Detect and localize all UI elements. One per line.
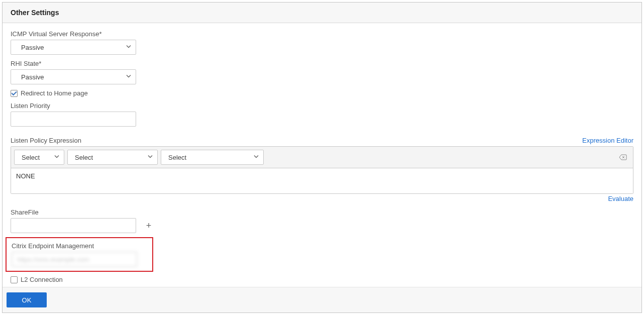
rhi-select[interactable]: Passive: [11, 69, 136, 84]
panel-footer: OK: [3, 287, 641, 312]
expression-panel: Select Select Select: [11, 146, 633, 194]
rhi-label: RHI State*: [11, 60, 633, 67]
expression-editor-link[interactable]: Expression Editor: [582, 137, 633, 144]
expr-select-1[interactable]: Select: [14, 150, 64, 165]
cem-label: Citrix Endpoint Management: [12, 242, 147, 250]
icmp-select[interactable]: Passive: [11, 40, 136, 55]
chevron-down-icon: [147, 154, 153, 161]
l2-checkbox-label: L2 Connection: [21, 276, 63, 283]
panel-title: Other Settings: [11, 9, 633, 17]
sharefile-label: ShareFile: [11, 208, 633, 216]
add-sharefile-button[interactable]: +: [142, 219, 155, 232]
chevron-down-icon: [126, 73, 132, 81]
rhi-select-value: Passive: [11, 73, 136, 81]
chevron-down-icon: [126, 44, 132, 51]
expr-select-2[interactable]: Select: [67, 150, 158, 165]
redirect-checkbox-row[interactable]: Redirect to Home page: [11, 89, 633, 97]
listen-priority-input[interactable]: [11, 112, 136, 127]
cem-highlight: Citrix Endpoint Management: [6, 237, 153, 272]
redirect-checkbox-label: Redirect to Home page: [21, 89, 88, 97]
redirect-checkbox[interactable]: [11, 90, 18, 97]
chevron-down-icon: [54, 154, 60, 161]
l2-checkbox-row[interactable]: L2 Connection: [11, 276, 633, 283]
panel-header: Other Settings: [3, 3, 641, 23]
icmp-label: ICMP Virtual Server Response*: [11, 30, 633, 38]
expression-body[interactable]: NONE: [11, 168, 633, 193]
listen-priority-label: Listen Priority: [11, 102, 633, 110]
l2-checkbox[interactable]: [11, 276, 18, 283]
clear-expression-icon[interactable]: [618, 152, 628, 162]
icmp-select-value: Passive: [11, 44, 136, 51]
panel-body: ICMP Virtual Server Response* Passive RH…: [3, 23, 641, 287]
chevron-down-icon: [253, 154, 259, 161]
sharefile-input[interactable]: [11, 218, 136, 233]
cem-input[interactable]: [12, 252, 137, 267]
evaluate-link[interactable]: Evaluate: [608, 195, 633, 202]
expr-select-3[interactable]: Select: [161, 150, 264, 165]
listen-policy-label: Listen Policy Expression: [11, 137, 81, 144]
ok-button[interactable]: OK: [7, 292, 47, 307]
expression-toolbar: Select Select Select: [11, 147, 633, 168]
